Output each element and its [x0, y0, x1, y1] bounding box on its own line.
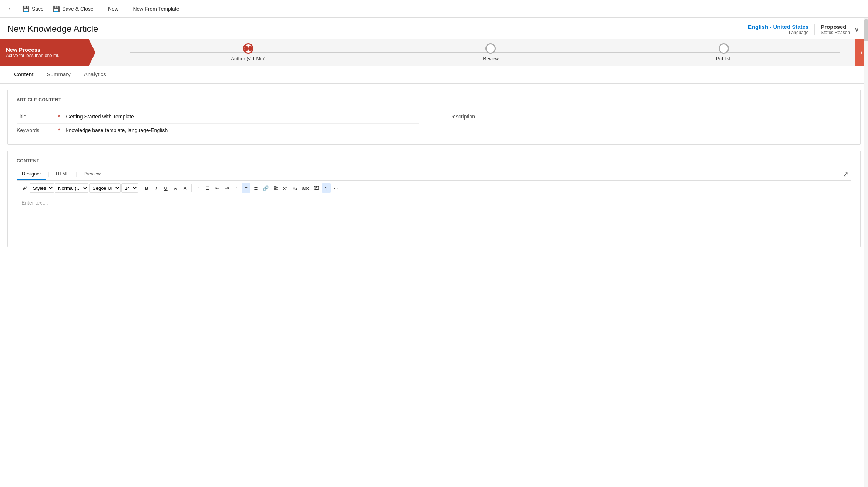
link-icon: 🔗 [263, 185, 269, 191]
expand-editor-button[interactable]: ⤢ [840, 169, 851, 180]
save-button[interactable]: 💾 Save [18, 3, 47, 14]
status-text-group: Proposed Status Reason [821, 24, 850, 35]
special-icon: ¶ [325, 185, 327, 191]
rte-blockquote-button[interactable]: " [232, 183, 241, 193]
scrollbar-track[interactable] [864, 18, 868, 476]
rte-align-right-button[interactable]: ≣ [251, 183, 260, 193]
new-template-plus-icon: + [127, 6, 131, 12]
process-sublabel: Active for less than one mi... [6, 53, 62, 58]
step-dot-author [244, 46, 248, 51]
tab-content[interactable]: Content [7, 66, 40, 83]
blockquote-icon: " [236, 185, 238, 191]
next-icon: › [860, 48, 863, 57]
chevron-down-icon: ∨ [854, 26, 859, 33]
status-chevron-button[interactable]: ∨ [853, 24, 861, 35]
new-from-template-button[interactable]: + New From Template [124, 3, 183, 14]
rte-more-button[interactable]: ··· [332, 183, 340, 193]
rte-font-select[interactable]: Segoe UI [89, 183, 121, 193]
step-author: Author (< 1 Min) [231, 43, 266, 61]
step-circle-author [243, 43, 253, 54]
step-label-review: Review [483, 56, 499, 61]
rte-image-button[interactable]: 🖼 [312, 183, 321, 193]
header-right: English - United States Language Propose… [748, 24, 861, 35]
rte-format-select[interactable]: Normal (... [55, 183, 88, 193]
new-plus-icon: + [102, 6, 106, 12]
title-field-row: Title * Getting Started with Template [17, 110, 419, 124]
editor-tab-html[interactable]: HTML [51, 168, 74, 180]
save-close-icon: 💾 [53, 5, 60, 12]
editor-tab-div2: | [74, 171, 78, 177]
rte-align-center-button[interactable]: ≡ [242, 183, 250, 193]
underline-icon: U [164, 185, 167, 191]
description-field-row: Description --- [449, 110, 851, 123]
rte-subscript-button[interactable]: x₂ [290, 183, 299, 193]
rte-link-button[interactable]: 🔗 [261, 183, 270, 193]
rte-divider-2 [191, 184, 192, 192]
rte-styles-select[interactable]: Styles [30, 183, 54, 193]
tab-analytics[interactable]: Analytics [77, 66, 113, 83]
strikethrough-icon: abc [302, 185, 310, 191]
rte-align-left-button[interactable]: ≐ [194, 183, 202, 193]
form-right-column: Description --- [434, 110, 851, 137]
rte-unlink-button[interactable]: ⛓ [271, 183, 280, 193]
rte-special-button[interactable]: ¶ [322, 183, 331, 193]
rte-superscript-button[interactable]: x² [281, 183, 290, 193]
main-toolbar: ← 💾 Save 💾 Save & Close + New + New From… [0, 0, 868, 18]
italic-icon: I [155, 185, 157, 191]
rte-divider-1 [140, 184, 140, 192]
step-circle-publish [719, 43, 729, 54]
process-name: New Process [6, 47, 62, 53]
rte-indent-increase-button[interactable]: ⇥ [222, 183, 231, 193]
save-close-button[interactable]: 💾 Save & Close [49, 3, 97, 14]
status-text: Proposed [821, 24, 846, 30]
rte-indent-decrease-button[interactable]: ⇤ [213, 183, 222, 193]
tab-summary[interactable]: Summary [40, 66, 77, 83]
rte-paint-button[interactable]: 🖌 [20, 183, 29, 193]
scrollbar-thumb[interactable] [864, 19, 868, 41]
back-icon: ← [7, 5, 14, 12]
language-section: English - United States Language [748, 24, 815, 35]
page-header: New Knowledge Article English - United S… [0, 18, 868, 39]
rte-bold-button[interactable]: B [142, 183, 151, 193]
step-publish: Publish [716, 43, 732, 61]
main-tabs: Content Summary Analytics [0, 66, 868, 84]
keywords-field-row: Keywords * knowledge base template, lang… [17, 124, 419, 137]
editor-tab-div1: | [46, 171, 51, 177]
page-title: New Knowledge Article [7, 24, 98, 34]
rte-list-button[interactable]: ☰ [203, 183, 212, 193]
save-icon: 💾 [22, 5, 30, 12]
align-center-icon: ≡ [245, 185, 248, 191]
article-content-title: ARTICLE CONTENT [17, 97, 851, 103]
align-right-icon: ≣ [254, 185, 258, 191]
editor-placeholder: Enter text... [21, 200, 48, 206]
rte-font-color-button[interactable]: A [181, 183, 189, 193]
paint-icon: 🖌 [22, 185, 27, 191]
process-steps-track: Author (< 1 Min) Review Publish [100, 39, 855, 66]
content-section-title: CONTENT [17, 158, 851, 164]
keywords-required: * [58, 127, 60, 133]
editor-tabs-bar: Designer | HTML | Preview ⤢ [17, 168, 851, 181]
form-left-column: Title * Getting Started with Template Ke… [17, 110, 434, 137]
more-icon: ··· [334, 185, 338, 191]
editor-tab-preview[interactable]: Preview [78, 168, 106, 180]
keywords-value[interactable]: knowledge base template, language-Englis… [66, 127, 168, 133]
process-label: New Process Active for less than one mi.… [0, 39, 89, 66]
new-from-template-label: New From Template [133, 6, 179, 12]
rte-editor-area[interactable]: Enter text... [17, 195, 851, 239]
article-content-form: Title * Getting Started with Template Ke… [17, 110, 851, 137]
rte-italic-button[interactable]: I [152, 183, 161, 193]
language-link[interactable]: English - United States [748, 24, 808, 30]
rte-highlight-button[interactable]: A̲ [171, 183, 180, 193]
content-editor-card: CONTENT Designer | HTML | Preview ⤢ 🖌 St… [7, 151, 861, 247]
bold-icon: B [145, 185, 148, 191]
language-label: Language [748, 30, 808, 35]
step-circle-review [485, 43, 496, 54]
rte-size-select[interactable]: 14 [121, 183, 138, 193]
new-button[interactable]: + New [99, 3, 122, 14]
rte-underline-button[interactable]: U [161, 183, 170, 193]
title-value[interactable]: Getting Started with Template [66, 114, 134, 120]
back-button[interactable]: ← [4, 3, 17, 14]
rte-strikethrough-button[interactable]: abc [300, 183, 312, 193]
description-value[interactable]: --- [491, 114, 496, 120]
editor-tab-designer[interactable]: Designer [17, 168, 46, 180]
